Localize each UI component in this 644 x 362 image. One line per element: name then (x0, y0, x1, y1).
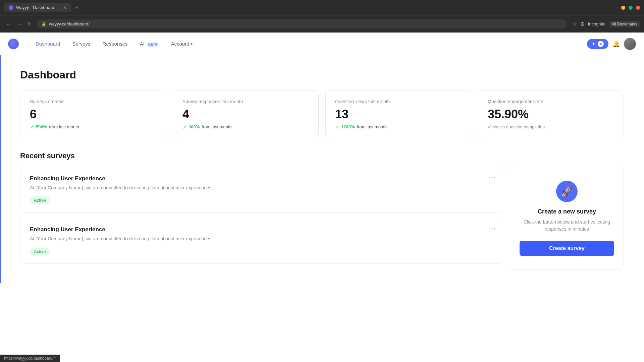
ai-beta-badge: BETA (147, 42, 159, 47)
url-text: wayyy.co/dashboard/ (49, 21, 90, 26)
avatar-image (624, 38, 636, 50)
stats-grid: Surveys created 6 ↗ 500% from last month… (20, 90, 624, 138)
stat-change-views: ↗ 1200% from last month (335, 124, 462, 130)
survey-status-0: Active (30, 196, 50, 204)
stat-change-surveys-created: ↗ 500% from last month (30, 124, 156, 130)
all-bookmarks-btn[interactable]: All Bookmarks (609, 21, 640, 27)
app-logo[interactable] (8, 39, 19, 49)
stat-change-value-0: 500% (36, 124, 47, 129)
stat-label-views: Question views this month (335, 99, 462, 104)
trend-up-icon-1: ↗ (182, 124, 186, 130)
tab-title: Wayyy - Dashboard (16, 5, 54, 10)
nav-arrows: ← → ↻ (4, 20, 34, 28)
survey-title-1: Enhancing User Experience (30, 226, 493, 233)
nav-account[interactable]: Account ▾ (165, 38, 198, 49)
nav-ai[interactable]: AI BETA (134, 38, 165, 49)
surveys-list: ··· Enhancing User Experience At [Your C… (20, 167, 503, 270)
main-content: Dashboard Surveys created 6 ↗ 500% from … (0, 55, 644, 283)
trend-up-icon-2: ↗ (335, 124, 339, 130)
account-chevron-icon: ▾ (191, 42, 193, 46)
page-container: Dashboard Surveys created 6 ↗ 500% from … (0, 55, 644, 283)
extensions-icon[interactable]: ⊞ (580, 21, 585, 27)
stat-change-value-1: 300% (189, 124, 200, 129)
nav-right-icons: ☆ ⊞ Incognito All Bookmarks (572, 21, 640, 27)
avatar[interactable] (624, 38, 636, 50)
address-bar[interactable]: 🔒 wayyy.co/dashboard/ (37, 19, 567, 28)
stat-value-views: 13 (335, 108, 462, 121)
stat-card-engagement: Question engagement rate 35.90% Views vs… (478, 90, 624, 138)
browser-chrome: Wayyy - Dashboard ✕ + (0, 0, 644, 15)
nav-bar: ← → ↻ 🔒 wayyy.co/dashboard/ ☆ ⊞ Incognit… (0, 15, 644, 33)
stat-change-suffix-2: from last month (357, 124, 387, 129)
survey-menu-btn-0[interactable]: ··· (489, 174, 496, 181)
create-survey-desc: Click the button below and start collect… (520, 219, 614, 233)
window-minimize[interactable] (621, 6, 625, 10)
create-survey-button[interactable]: Create survey (520, 241, 614, 256)
survey-card-1: ··· Enhancing User Experience At [Your C… (20, 218, 503, 264)
reward-star-icon: ✦ (592, 41, 596, 47)
survey-status-1: Active (30, 248, 50, 255)
create-survey-card: 🚀 Create a new survey Click the button b… (510, 167, 624, 270)
stat-change-value-2: 1200% (341, 124, 355, 129)
recent-surveys-title: Recent surveys (20, 152, 624, 160)
back-button[interactable]: ← (4, 20, 13, 28)
refresh-button[interactable]: ↻ (25, 20, 34, 28)
tab-close-btn[interactable]: ✕ (63, 5, 66, 10)
survey-title-0: Enhancing User Experience (30, 175, 493, 182)
stat-change-suffix-1: from last month (202, 124, 232, 129)
survey-menu-btn-1[interactable]: ··· (489, 225, 496, 232)
app-wrapper: Dashboard Surveys Responses AI BETA Acco… (0, 33, 644, 362)
nav-dashboard[interactable]: Dashboard (30, 38, 66, 49)
reward-count: 4 (598, 41, 604, 47)
nav-surveys[interactable]: Surveys (66, 38, 96, 49)
rocket-circle: 🚀 (556, 181, 578, 202)
trend-up-icon-0: ↗ (30, 124, 34, 130)
tab-favicon (9, 5, 13, 10)
lock-icon: 🔒 (41, 22, 46, 26)
status-url: https://wayyy.co/dashboard/# (4, 356, 56, 361)
stat-label-engagement: Question engagement rate (488, 99, 614, 104)
reward-button[interactable]: ✦ 4 (587, 39, 608, 49)
stat-card-surveys-created: Surveys created 6 ↗ 500% from last month (20, 90, 166, 138)
stat-card-responses: Survey responses this month 4 ↗ 300% fro… (173, 90, 319, 138)
nav-links: Dashboard Surveys Responses AI BETA Acco… (30, 38, 587, 49)
nav-right: ✦ 4 🔔 (587, 38, 636, 50)
stat-label-surveys-created: Surveys created (30, 99, 156, 104)
survey-card-0: ··· Enhancing User Experience At [Your C… (20, 167, 503, 213)
status-bar: https://wayyy.co/dashboard/# (0, 355, 60, 362)
stat-value-surveys-created: 6 (30, 108, 156, 121)
bell-icon[interactable]: 🔔 (612, 40, 620, 48)
stat-change-responses: ↗ 300% from last month (182, 124, 309, 130)
nav-responses[interactable]: Responses (97, 38, 134, 49)
window-maximize[interactable] (629, 6, 633, 10)
stat-note-engagement: Views vs question completion (488, 124, 614, 129)
incognito-label: Incognito (588, 21, 606, 26)
rocket-icon: 🚀 (561, 186, 573, 197)
stat-label-responses: Survey responses this month (182, 99, 309, 104)
surveys-layout: ··· Enhancing User Experience At [Your C… (20, 167, 624, 270)
bookmark-star-icon[interactable]: ☆ (572, 21, 577, 27)
stat-value-responses: 4 (182, 108, 309, 121)
browser-tab[interactable]: Wayyy - Dashboard ✕ (4, 3, 71, 12)
new-tab-button[interactable]: + (75, 4, 79, 11)
stat-change-suffix-0: from last month (49, 124, 79, 129)
top-nav: Dashboard Surveys Responses AI BETA Acco… (0, 33, 644, 55)
page-title: Dashboard (20, 69, 624, 81)
survey-desc-0: At [Your Company Name], we are committed… (30, 185, 493, 191)
stat-value-engagement: 35.90% (488, 108, 614, 121)
window-close[interactable] (636, 6, 640, 10)
survey-desc-1: At [Your Company Name], we are committed… (30, 236, 493, 242)
stat-card-views: Question views this month 13 ↗ 1200% fro… (325, 90, 471, 138)
forward-button[interactable]: → (15, 20, 24, 28)
create-survey-title: Create a new survey (538, 208, 596, 215)
